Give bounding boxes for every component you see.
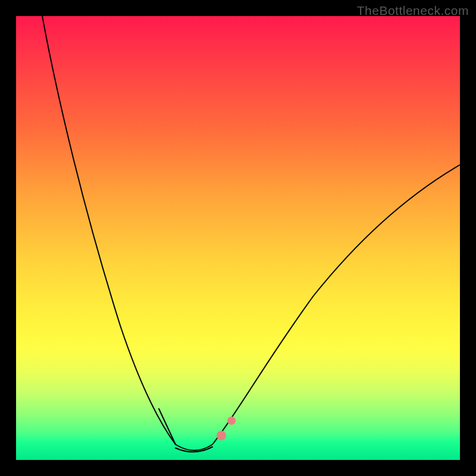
marker-right-upper-node: [227, 416, 236, 425]
bottleneck-curve-svg: [16, 16, 460, 460]
marker-right-node: [217, 431, 226, 440]
curve-right-branch: [212, 165, 460, 444]
marker-left-cluster: [159, 409, 176, 444]
watermark-text: TheBottleneck.com: [357, 4, 469, 18]
chart-frame: TheBottleneck.com: [0, 0, 476, 476]
curve-left-branch: [42, 16, 176, 444]
